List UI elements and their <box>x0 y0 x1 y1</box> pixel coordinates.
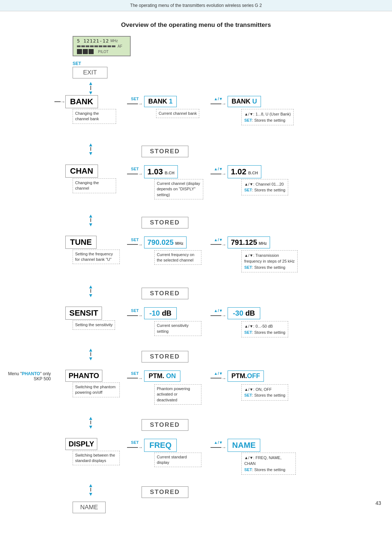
lcd-display: 5 12121-12 MHz AF <box>73 36 345 56</box>
tune-right-value: 791.125 MHz <box>228 236 270 248</box>
chan-right-info: ▲/▼: Channel 01...20 SET: Stores the set… <box>241 179 288 195</box>
phanto-stored: STORED <box>142 419 188 431</box>
sensit-menu-item: SENSIT <box>65 307 102 320</box>
sensit-right-info: ▲/▼: 0...-50 dB SET: Stores the setting <box>241 321 288 337</box>
tune-stored: STORED <box>142 288 188 299</box>
sensit-right-value: -30 dB <box>228 307 260 319</box>
tune-right-info: ▲/▼: Transmission frequency in steps of … <box>241 250 298 273</box>
chan-stored: STORED <box>142 217 188 228</box>
disply-menu-item: DISPLY <box>65 438 97 450</box>
disply-set-value: FREQ <box>144 439 177 452</box>
set-label-top: SET <box>73 61 81 66</box>
phanto-description: Switching the phantom powering on/off <box>73 382 120 397</box>
sensit-description: Setting the sensitivity <box>73 320 115 329</box>
bank-right-value: BANK U <box>228 96 261 107</box>
tune-description: Setting the frequency for channel bank "… <box>73 250 120 264</box>
sensit-set-value: -10 dB <box>144 307 177 319</box>
chan-right-value: 1.02 B.CH <box>228 165 261 178</box>
bank-set-label: SET <box>131 97 139 101</box>
disply-right-info: ▲/▼: FREQ, NAME, CHAN SET: Stores the se… <box>241 453 296 475</box>
bank-stored: STORED <box>142 146 188 157</box>
lcd-pilot-label: PILOT <box>98 50 109 54</box>
lcd-af-label: AF <box>118 44 122 48</box>
tune-set-desc: Current frequency on the selected channe… <box>154 250 201 265</box>
phanto-set-value: PTM. ON <box>144 370 180 382</box>
page-number: 43 <box>375 500 381 506</box>
disply-stored: STORED <box>142 486 188 498</box>
exit-box: EXIT <box>73 67 107 78</box>
chan-menu-item: CHAN <box>65 165 98 178</box>
lcd-mhz: MHz <box>110 39 118 43</box>
phanto-right-info: ▲/▼: ON, OFF SET: Stores the setting <box>241 384 288 401</box>
bank-set-desc: Current channel bank <box>156 109 199 118</box>
chan-set-desc: Current channel (display depends on "DIS… <box>154 179 203 199</box>
page-title: Overview of the operating menu of the tr… <box>0 21 392 29</box>
header-text: The operating menu of the transmitters e… <box>130 3 262 8</box>
sensit-set-desc: Current sensitivity setting <box>154 321 201 336</box>
disply-set-desc: Current standard display <box>154 453 201 467</box>
bank-set-value: BANK 1 <box>144 96 177 107</box>
phanto-right-value: PTM.OFF <box>228 370 264 382</box>
lcd-freq: 5 12121-12 <box>77 38 109 44</box>
tune-set-value: 790.025 MHz <box>144 236 187 248</box>
phanto-menu-item: PHANTO <box>65 370 102 382</box>
bank-description: Changing the channel bank <box>73 109 116 124</box>
sensit-stored: STORED <box>142 351 188 362</box>
name-box: NAME <box>73 502 106 513</box>
bank-right-info: ▲/▼: 1...8, U (User Bank) SET: Stores th… <box>241 109 294 125</box>
tune-menu-item: TUNE <box>65 236 97 249</box>
chan-set-value: 1.03 B.CH <box>144 165 178 178</box>
bank-menu-item: BANK <box>65 95 98 108</box>
disply-right-value: NAME <box>228 439 260 452</box>
disply-description: Switching between the standard displays <box>73 451 120 466</box>
header-bar: The operating menu of the transmitters e… <box>0 0 392 11</box>
phanto-set-desc: Phantom powering activated or deactivate… <box>154 384 201 405</box>
chan-description: Changing the channel <box>73 178 116 193</box>
phanto-note: Menu "PHANTO" only SKP 500 <box>4 371 51 381</box>
